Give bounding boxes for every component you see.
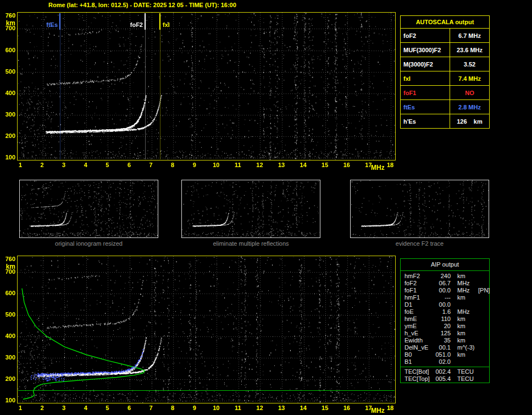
aip-unit: MHz bbox=[451, 287, 476, 294]
x-tick: 6 bbox=[123, 162, 136, 168]
aip-row: h_vE125km bbox=[401, 330, 489, 337]
aip-name: hmF2 bbox=[404, 273, 432, 280]
thumbnail-canvas-1 bbox=[20, 180, 158, 237]
aip-name: h_vE bbox=[404, 330, 432, 337]
x-axis-unit-label: MHz bbox=[371, 164, 384, 171]
marker-line-ftEs bbox=[60, 13, 60, 159]
marker-tick-fxI bbox=[159, 13, 160, 30]
marker-tick-foF2 bbox=[145, 13, 146, 30]
aip-row: hmF2240km bbox=[401, 273, 489, 280]
marker-line-fxI bbox=[160, 13, 160, 159]
aip-name: TEC[Top] bbox=[404, 375, 432, 383]
x-tick: 15 bbox=[318, 405, 331, 411]
y-tick: 600 bbox=[1, 47, 15, 53]
parameter-name: ftEs bbox=[401, 100, 450, 114]
aip-header: AIP output bbox=[401, 259, 489, 271]
thumbnail-3 bbox=[350, 180, 489, 238]
aip-value: 00.1 bbox=[432, 344, 451, 351]
x-tick: 9 bbox=[188, 162, 201, 168]
thumbnail-caption-1: original ionogram resized bbox=[19, 240, 158, 247]
y-tick: 760 bbox=[1, 256, 15, 262]
x-tick: 12 bbox=[253, 405, 266, 411]
autoscala-row: MUF(3000)F223.6 MHz bbox=[401, 43, 490, 57]
y-tick: 300 bbox=[1, 354, 15, 361]
aip-name: DelN_vE bbox=[404, 344, 432, 351]
aip-value: 35 bbox=[432, 337, 451, 344]
thumbnail-1 bbox=[19, 180, 158, 238]
x-tick: 16 bbox=[340, 405, 353, 411]
aip-value: 002.4 bbox=[432, 368, 451, 375]
aip-extra bbox=[476, 280, 489, 287]
marker-label-fxI: fxI bbox=[163, 21, 170, 28]
thumbnail-canvas-2 bbox=[182, 180, 320, 237]
y-tick: 400 bbox=[1, 90, 15, 96]
parameter-name: foF2 bbox=[401, 29, 450, 43]
autoscala-row: ftEs2.8 MHz bbox=[401, 100, 490, 114]
aip-value: 00.0 bbox=[432, 287, 451, 294]
profile-ionogram-canvas bbox=[18, 256, 395, 403]
x-tick: 3 bbox=[57, 405, 70, 411]
marker-label-foF2: foF2 bbox=[130, 21, 143, 28]
y-tick: 200 bbox=[1, 375, 15, 382]
parameter-value: 7.4 MHz bbox=[450, 71, 490, 86]
y-tick: 760 bbox=[1, 12, 15, 19]
thumbnail-canvas-3 bbox=[351, 180, 489, 237]
marker-label-ftEs: ftEs bbox=[46, 21, 58, 28]
aip-value: 051.0 bbox=[432, 351, 451, 358]
aip-value: 005.4 bbox=[432, 375, 451, 383]
parameter-name: fxI bbox=[401, 71, 450, 86]
x-tick: 6 bbox=[123, 405, 136, 411]
x-tick: 7 bbox=[145, 405, 158, 411]
aip-name: Ewidth bbox=[404, 337, 432, 344]
x-tick: 2 bbox=[36, 405, 49, 411]
aip-extra bbox=[476, 308, 489, 316]
autoscala-row: foF1NO bbox=[401, 86, 490, 100]
parameter-value: 6.7 MHz bbox=[450, 29, 490, 43]
aip-unit: km bbox=[451, 323, 476, 330]
y-axis-unit-label: km bbox=[1, 20, 15, 26]
x-tick: 16 bbox=[340, 162, 353, 168]
aip-row: foF100.0MHz[PN] bbox=[401, 287, 489, 294]
aip-value: 06.7 bbox=[432, 280, 451, 287]
main-ionogram-plot: ftEsfoF2fxI bbox=[17, 12, 396, 161]
parameter-name: foF1 bbox=[401, 86, 450, 100]
parameter-value: 126 km bbox=[450, 114, 490, 129]
aip-row: TEC[Top]005.4TECU bbox=[401, 375, 489, 383]
aip-output-table: AIP outputhmF2240kmfoF206.7MHzfoF100.0MH… bbox=[400, 258, 490, 383]
x-tick: 9 bbox=[188, 405, 201, 411]
x-tick: 14 bbox=[297, 162, 310, 168]
aip-value: 1.6 bbox=[432, 308, 451, 316]
aip-unit: km bbox=[451, 294, 476, 301]
aip-row: hmE110km bbox=[401, 316, 489, 323]
parameter-value: 2.8 MHz bbox=[450, 100, 490, 114]
thumbnail-caption-3: evidence F2 trace bbox=[350, 240, 489, 247]
x-tick: 13 bbox=[275, 405, 288, 411]
aip-unit: MHz bbox=[451, 280, 476, 287]
aip-row: foF206.7MHz bbox=[401, 280, 489, 287]
x-axis-unit-label: MHz bbox=[371, 407, 384, 414]
autoscala-row: foF26.7 MHz bbox=[401, 29, 490, 43]
thumbnail-caption-2: eliminate multiple reflections bbox=[181, 240, 320, 247]
y-tick: 500 bbox=[1, 68, 15, 75]
station-date-title: Rome (lat: +41.8, lon: 012.5) - DATE: 20… bbox=[48, 2, 236, 8]
aip-unit bbox=[451, 301, 476, 308]
aip-value: 20 bbox=[432, 323, 451, 330]
x-tick: 18 bbox=[384, 162, 397, 168]
aip-extra bbox=[476, 358, 489, 366]
aip-unit: TECU bbox=[451, 375, 476, 383]
y-tick: 400 bbox=[1, 333, 15, 339]
aip-extra bbox=[476, 375, 489, 383]
parameter-value: 3.52 bbox=[450, 57, 490, 71]
profile-ionogram-plot bbox=[17, 256, 396, 403]
aip-row: ymE20km bbox=[401, 323, 489, 330]
x-tick: 5 bbox=[101, 162, 114, 168]
aip-row: B0051.0km bbox=[401, 351, 489, 358]
x-tick: 18 bbox=[384, 405, 397, 411]
main-ionogram-canvas bbox=[18, 13, 395, 160]
aip-name: B0 bbox=[404, 351, 432, 358]
aip-extra bbox=[476, 294, 489, 301]
autoscala-app-window: Rome (lat: +41.8, lon: 012.5) - DATE: 20… bbox=[0, 0, 532, 415]
y-axis-unit-label: km bbox=[1, 263, 15, 270]
aip-extra: [PN] bbox=[476, 287, 490, 294]
x-tick: 15 bbox=[318, 162, 331, 168]
